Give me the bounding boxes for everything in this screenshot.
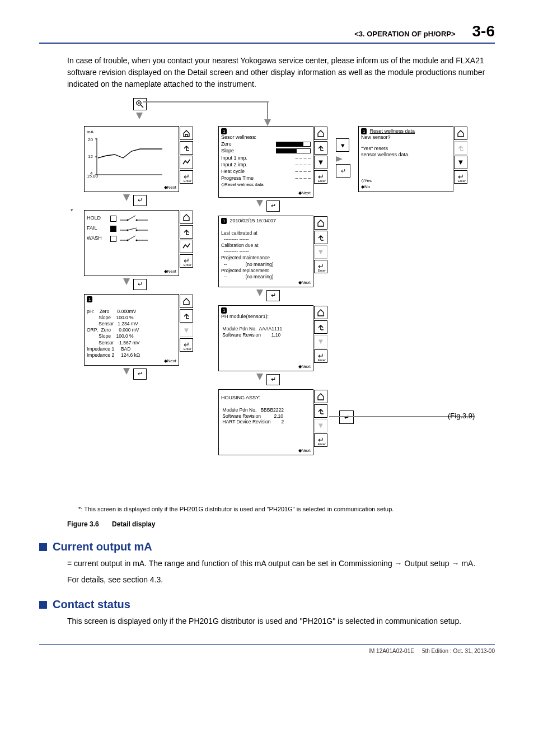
zoom-icon [133,98,147,110]
enter-icon[interactable]: ↵Enter [454,170,467,184]
svg-text:12: 12 [88,154,93,159]
back-icon[interactable] [180,309,193,323]
back-icon[interactable] [180,225,193,239]
back-icon [454,141,467,155]
switch-closed-icon [120,225,148,232]
back-icon[interactable] [314,141,327,155]
switch-open-icon [120,235,148,242]
gauge-empty: – – – – [295,175,311,181]
line: ORP: Zero 0.000 mV [87,327,139,333]
enter-icon[interactable]: ↵Enter [180,170,193,184]
row-label: Heat cycle [221,169,245,175]
enter-step-icon: ↵ [266,374,280,385]
down-icon[interactable]: ▼ [314,335,327,348]
intro-paragraph: In case of trouble, when you contact you… [67,55,493,90]
timestamp: 2010/02/15 16:04:07 [229,218,276,223]
line: Sensor 1.234 mV [87,321,138,326]
paragraph: For details, see section 4.3. [67,574,493,586]
enter-icon[interactable]: ↵Enter [314,260,327,273]
line: -- (no meaning) [221,274,274,279]
paragraph: = current output in mA. The range and fu… [67,558,493,570]
enter-icon[interactable]: ↵Enter [180,254,193,268]
arrow-down-icon [123,368,130,375]
home-icon[interactable] [180,127,193,140]
line: HART Device Revision 2 [221,419,284,424]
back-icon[interactable] [180,141,193,155]
enter-icon[interactable]: ↵Enter [314,170,327,184]
paragraph: This screen is displayed only if the PH2… [67,615,493,627]
svg-line-1 [140,105,143,108]
enter-step-icon: ↵ [133,368,147,380]
screen-housing-assy: HOUSING ASSY: Module Pdn No. BBBB2222 So… [218,389,313,455]
back-icon[interactable] [314,404,327,418]
line: -- (no meaning) [221,262,274,267]
subheading-contact-status: Contact status [39,598,495,611]
yes-option[interactable]: Yes [364,178,372,183]
row-label: Input 1 imp. [221,155,247,161]
down-icon[interactable]: ▼ [314,156,327,169]
enter-icon[interactable]: ↵Enter [180,338,193,352]
asterisk-marker: * [71,208,73,214]
enter-step-icon: ↵ [133,279,147,290]
line: Projected replacement [221,268,269,273]
ma-chart: 20 12 4 [87,135,165,181]
line: Last calibrated at [221,230,257,236]
home-icon[interactable] [180,295,193,308]
next-label: Next [302,364,311,369]
detail-display-diagram: mA 20 12 4 15.00 ◆Next [67,98,509,501]
next-label: Next [302,448,311,453]
no-option[interactable]: No [364,184,370,189]
trend-icon[interactable] [180,156,193,169]
wash-label: WASH [87,235,107,241]
back-icon[interactable] [314,320,327,334]
home-icon[interactable] [314,390,327,403]
enter-icon[interactable]: ↵Enter [314,433,327,447]
enter-step-icon: ↵ [266,290,280,301]
row-label: Input 2 imp. [221,162,247,168]
hold-label: HOLD [87,215,107,221]
down-icon[interactable]: ▼ [454,156,467,169]
line: Module Pdn No. BBBB2222 [221,407,284,413]
svg-point-24 [127,240,129,241]
section-label: <3. OPERATION OF pH/ORP> [354,30,455,38]
home-icon[interactable] [180,211,193,224]
line: Module Pdn No. AAAA1111 [221,326,282,332]
arrow-down-icon [256,290,263,296]
figure-number: Figure 3.6 [67,520,99,528]
next-label: Next [302,280,311,285]
sensor-1-tag: 1 [87,296,92,302]
doc-id: IM 12A01A02-01E [368,648,414,654]
select-down-icon[interactable]: ▾ [336,138,349,152]
screen-sensor-wellness: 1 Sesor wellness: Zero Slope Input 1 imp… [218,126,313,198]
svg-line-13 [128,216,135,220]
line: Software Revision 1.10 [221,332,280,338]
page-footer: IM 12A01A02-01E 5th Edition : Oct. 31, 2… [39,644,495,654]
down-icon[interactable]: ▼ [180,324,193,337]
home-icon[interactable] [314,127,327,140]
sensor-1-tag: 1 [221,128,227,134]
arrow-down-icon [256,374,263,380]
home-icon[interactable] [454,127,467,140]
home-icon[interactable] [314,306,327,319]
down-icon[interactable]: ▼ [314,245,327,259]
switch-open-icon [120,214,148,222]
reset-wellness-option[interactable]: Reset welness data [224,182,264,187]
line: Impedance 1 BAD [87,346,130,352]
page-number: 3-6 [472,22,495,40]
trend-icon[interactable] [180,240,193,253]
line: --------- ------ [221,249,249,254]
connector-line [143,101,269,102]
home-icon[interactable] [314,216,327,230]
heading-text: Contact status [53,598,130,611]
screen-ph-module: 1 PH module(sensor1): Module Pdn No. AAA… [218,305,313,371]
arrow-right-icon [336,156,343,162]
bullet-square-icon [39,601,47,609]
enter-icon[interactable]: ↵Enter [314,349,327,363]
down-icon[interactable]: ▼ [314,419,327,432]
line: Slope 100.0 % [87,315,134,320]
screen-reset-wellness: 1 Reset wellness data New sensor? "Yes" … [358,126,453,192]
reset-prompt: New sensor? [361,134,451,141]
screen-ma-output: mA 20 12 4 15.00 ◆Next [84,126,179,192]
svg-line-18 [128,228,137,230]
back-icon[interactable] [314,231,327,244]
